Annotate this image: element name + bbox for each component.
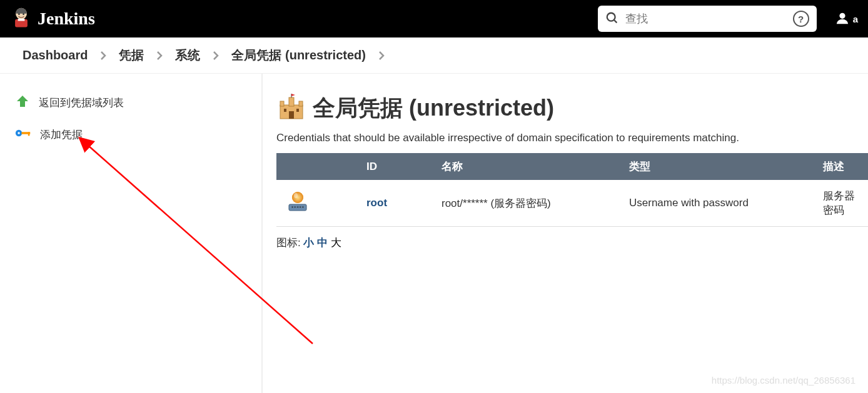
svg-point-20 [292, 192, 303, 203]
chevron-right-icon [373, 51, 390, 60]
icon-size-label: 图标: [276, 237, 301, 249]
chevron-right-icon [95, 51, 111, 60]
svg-rect-14 [299, 101, 303, 106]
page-title: 全局凭据 (unrestricted) [313, 93, 554, 124]
cell-type: Username with password [620, 180, 814, 227]
main-content: 全局凭据 (unrestricted) Credentials that sho… [263, 74, 868, 393]
credentials-table: ID 名称 类型 描述 ***** [276, 153, 868, 227]
svg-point-3 [18, 13, 20, 15]
watermark: https://blog.csdn.net/qq_26856361 [712, 375, 855, 386]
cell-id[interactable]: root [358, 180, 433, 227]
svg-rect-15 [289, 97, 294, 106]
brand-text: Jenkins [38, 9, 95, 29]
svg-point-5 [607, 12, 615, 21]
col-type[interactable]: 类型 [620, 153, 814, 180]
svg-text:*****: ***** [291, 206, 304, 211]
user-menu[interactable]: a [835, 11, 858, 27]
jenkins-logo[interactable]: Jenkins [10, 6, 95, 32]
top-header: Jenkins ? a [0, 0, 868, 37]
sidebar-item-back[interactable]: 返回到凭据域列表 [0, 86, 261, 119]
search-box[interactable]: ? [598, 6, 817, 32]
user-icon [835, 11, 849, 27]
svg-rect-16 [289, 111, 294, 119]
svg-line-6 [613, 19, 617, 22]
icon-size-large[interactable]: 大 [331, 237, 341, 249]
table-row[interactable]: ***** root root/****** (服务器密码) Username … [276, 180, 868, 227]
crumb-global[interactable]: 全局凭据 (unrestricted) [226, 44, 370, 66]
svg-rect-13 [280, 101, 284, 106]
svg-point-4 [23, 13, 24, 15]
svg-point-9 [18, 132, 19, 134]
sidebar: 返回到凭据域列表 添加凭据 [0, 74, 263, 393]
col-icon[interactable] [276, 153, 358, 180]
icon-size-picker: 图标: 小 中 大 [276, 236, 868, 250]
crumb-dashboard[interactable]: Dashboard [18, 46, 93, 65]
sidebar-item-add-credential[interactable]: 添加凭据 [0, 119, 261, 150]
col-id[interactable]: ID [358, 153, 433, 180]
crumb-system[interactable]: 系统 [170, 44, 205, 66]
col-name[interactable]: 名称 [433, 153, 620, 180]
chevron-right-icon [208, 51, 224, 60]
jenkins-icon [10, 6, 33, 32]
col-desc[interactable]: 描述 [814, 153, 868, 180]
page-description: Credentials that should be available irr… [276, 132, 868, 144]
cell-icon: ***** [276, 180, 358, 227]
search-input[interactable] [625, 12, 787, 26]
user-label: a [853, 14, 858, 24]
svg-rect-2 [18, 18, 25, 21]
sidebar-item-label: 添加凭据 [40, 127, 83, 142]
key-icon [15, 127, 31, 142]
svg-rect-18 [296, 109, 299, 112]
help-icon[interactable]: ? [793, 11, 809, 27]
crumb-credentials[interactable]: 凭据 [114, 44, 149, 66]
castle-icon [276, 92, 306, 124]
icon-size-small[interactable]: 小 [303, 237, 314, 249]
svg-rect-17 [284, 109, 286, 112]
icon-size-medium[interactable]: 中 [317, 237, 328, 249]
svg-point-7 [839, 12, 845, 18]
search-icon [605, 11, 619, 27]
cell-desc: 服务器密码 [814, 180, 868, 227]
svg-point-21 [294, 193, 298, 198]
breadcrumb: Dashboard 凭据 系统 全局凭据 (unrestricted) [0, 37, 868, 74]
cell-name: root/****** (服务器密码) [433, 180, 620, 227]
up-arrow-icon [15, 94, 30, 112]
sidebar-item-label: 返回到凭据域列表 [39, 96, 124, 110]
chevron-right-icon [151, 51, 168, 60]
svg-rect-11 [28, 132, 30, 136]
